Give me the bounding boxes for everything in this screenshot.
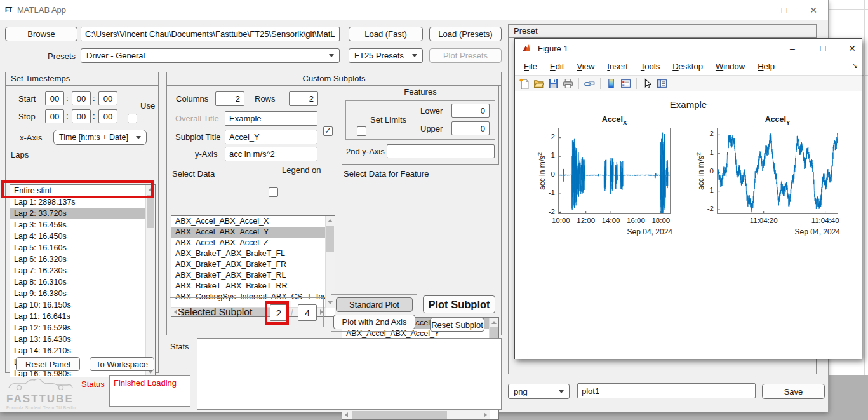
- laps-scrollbar[interactable]: [145, 185, 155, 377]
- laps-listbox[interactable]: Entire stintLap 1: 2898.137sLap 2: 33.72…: [10, 184, 156, 377]
- highlight-box-lap2: [1, 180, 154, 198]
- reset-panel-button[interactable]: Reset Panel: [16, 357, 80, 371]
- feature-scrollbar-h[interactable]: [342, 410, 490, 419]
- start-hour-input[interactable]: [45, 91, 64, 105]
- lower-input[interactable]: [451, 104, 490, 118]
- load-fast-button[interactable]: Load (Fast): [349, 27, 423, 41]
- rows-input[interactable]: [289, 91, 318, 106]
- list-item[interactable]: ABX_Accel_ABX_Accel_Y: [171, 227, 326, 238]
- subplot-title-input[interactable]: [225, 130, 317, 144]
- stop-hour-input[interactable]: [45, 109, 64, 123]
- dock-figure-icon[interactable]: ↘: [852, 62, 858, 70]
- lower-label: Lower: [420, 106, 443, 116]
- list-item[interactable]: ABX_BrakeT_ABX_BrakeT_RR: [171, 281, 326, 292]
- subplot-count-input[interactable]: [298, 304, 317, 321]
- menu-tools[interactable]: Tools: [634, 62, 666, 71]
- list-item[interactable]: Lap 6: 16.320s: [10, 254, 146, 265]
- scroll-left-icon[interactable]: [345, 412, 348, 417]
- list-item[interactable]: ABX_Accel_ABX_Accel_Z: [171, 238, 326, 248]
- upper-input[interactable]: [451, 121, 490, 135]
- maximize-button[interactable]: □: [773, 0, 795, 20]
- list-item[interactable]: Lap 12: 16.529s: [10, 322, 146, 334]
- list-item[interactable]: ABX_BrakeT_ABX_BrakeT_FR: [171, 259, 326, 270]
- insert-colorbar-icon[interactable]: [606, 78, 617, 89]
- list-item[interactable]: ABX_BrakeT_ABX_BrakeT_FL: [171, 248, 326, 259]
- list-item[interactable]: Lap 11: 16.641s: [10, 311, 146, 322]
- list-item[interactable]: Lap 2: 33.720s: [10, 208, 146, 219]
- status-box: Finished Loading: [109, 375, 190, 407]
- matlab-icon: [521, 43, 531, 53]
- use-checkbox[interactable]: [128, 114, 137, 123]
- standard-plot-button[interactable]: Standard Plot: [336, 297, 413, 312]
- list-item[interactable]: Lap 14: 16.210s: [10, 345, 146, 356]
- scroll-up-icon[interactable]: [328, 219, 333, 222]
- plot-accel-y[interactable]: AccelY acc in m/s2 Sep 04, 2024 210-1-21…: [717, 128, 838, 214]
- format-dropdown[interactable]: png: [508, 384, 570, 399]
- figure-maximize-button[interactable]: □: [812, 39, 834, 58]
- list-item[interactable]: Lap 13: 16.430s: [10, 334, 146, 345]
- plot-subplot-button[interactable]: Plot Subplot: [423, 295, 495, 313]
- menu-help[interactable]: Help: [751, 62, 781, 71]
- insert-legend-icon[interactable]: [620, 78, 631, 89]
- scrollbar-thumb[interactable]: [352, 411, 447, 419]
- filename-input[interactable]: [577, 383, 756, 398]
- xaxis-dropdown[interactable]: Time [h:m:s + Date]: [53, 130, 147, 145]
- start-second-input[interactable]: [98, 91, 117, 105]
- menu-edit[interactable]: Edit: [544, 62, 570, 71]
- set-limits-checkbox[interactable]: [357, 126, 366, 136]
- list-item[interactable]: ABX_Accel_ABX_Accel_X: [171, 216, 326, 227]
- list-item[interactable]: Lap 7: 16.230s: [10, 265, 146, 276]
- load-presets-button[interactable]: Load (Presets): [429, 27, 502, 41]
- list-item[interactable]: Lap 5: 16.160s: [10, 242, 146, 254]
- overall-title-checkbox[interactable]: [323, 126, 333, 136]
- reset-subplot-button[interactable]: Reset Subplot: [430, 318, 484, 332]
- stop-minute-input[interactable]: [72, 109, 91, 123]
- chevron-down-icon: [412, 54, 417, 57]
- plot-presets-button[interactable]: Plot Presets: [429, 48, 502, 63]
- list-item[interactable]: Lap 9: 16.380s: [10, 288, 146, 299]
- figure-minimize-button[interactable]: –: [782, 39, 803, 58]
- close-button[interactable]: ✕: [803, 0, 824, 20]
- open-file-icon[interactable]: [533, 78, 544, 89]
- menu-insert[interactable]: Insert: [601, 62, 634, 71]
- ft25-presets-dropdown[interactable]: FT25 Presets: [349, 48, 423, 63]
- menu-window[interactable]: Window: [709, 62, 751, 71]
- list-item[interactable]: Lap 8: 16.310s: [10, 276, 146, 288]
- path-input[interactable]: [81, 27, 340, 41]
- scrollbar-thumb[interactable]: [147, 195, 154, 228]
- browse-button[interactable]: Browse: [5, 27, 77, 41]
- start-minute-input[interactable]: [72, 91, 91, 105]
- app-logo-icon: FT: [5, 6, 15, 13]
- scroll-right-icon[interactable]: [484, 412, 487, 417]
- list-item[interactable]: ABX_BrakeT_ABX_BrakeT_RL: [171, 270, 326, 281]
- new-figure-icon[interactable]: [519, 78, 530, 89]
- plot-accel-x[interactable]: AccelX acc in m/s2 Sep 04, 2024 210-1-21…: [558, 128, 671, 214]
- menu-file[interactable]: File: [517, 62, 544, 71]
- print-icon[interactable]: [563, 78, 573, 89]
- minimize-button[interactable]: –: [742, 0, 763, 20]
- link-plot-icon[interactable]: [584, 78, 595, 89]
- legend-on-checkbox[interactable]: [269, 187, 278, 197]
- columns-input[interactable]: [215, 91, 244, 106]
- menu-desktop[interactable]: Desktop: [666, 62, 709, 71]
- stop-second-input[interactable]: [98, 109, 117, 123]
- chevron-down-icon: [329, 54, 334, 57]
- pointer-icon[interactable]: [642, 78, 653, 89]
- scroll-up-icon[interactable]: [491, 321, 497, 324]
- property-editor-icon[interactable]: [657, 78, 667, 89]
- list-item[interactable]: Lap 4: 16.450s: [10, 231, 146, 242]
- highlight-box-subplot-index: [265, 301, 289, 325]
- yaxis-input[interactable]: [225, 147, 317, 161]
- overall-title-input[interactable]: [225, 111, 317, 126]
- save-icon[interactable]: [548, 78, 559, 89]
- list-item[interactable]: Lap 3: 16.459s: [10, 219, 146, 231]
- second-yaxis-input[interactable]: [387, 144, 495, 158]
- to-workspace-button[interactable]: To Workspace: [90, 357, 154, 371]
- presets-dropdown[interactable]: Driver - General: [81, 48, 340, 63]
- scrollbar-thumb[interactable]: [326, 226, 334, 252]
- menu-view[interactable]: View: [570, 62, 601, 71]
- plot-2nd-axis-button[interactable]: Plot with 2nd Axis: [333, 315, 415, 329]
- list-item[interactable]: Lap 10: 16.150s: [10, 299, 146, 311]
- save-button[interactable]: Save: [762, 384, 825, 399]
- figure-close-button[interactable]: ✕: [841, 39, 863, 58]
